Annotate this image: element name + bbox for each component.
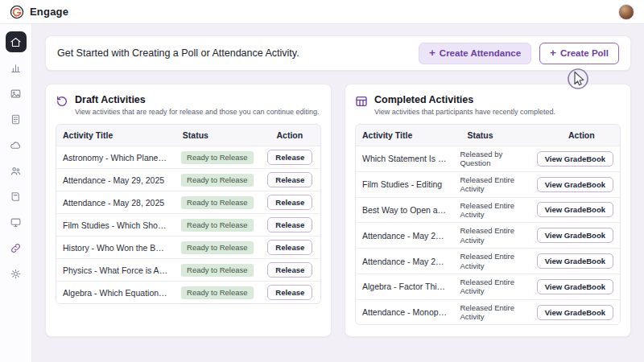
- banner-text: Get Started with Creating a Poll or Atte…: [57, 47, 299, 59]
- activity-title: Attendance - May 23, 2025: [356, 228, 453, 244]
- release-button[interactable]: Release: [267, 285, 312, 300]
- sidebar-item-cloud[interactable]: [6, 134, 27, 155]
- status-text: Released Entire Activity: [453, 172, 530, 197]
- user-avatar[interactable]: [618, 4, 634, 20]
- app-title: Engage: [30, 6, 68, 18]
- column-header: Status: [176, 125, 259, 146]
- get-started-banner: Get Started with Creating a Poll or Atte…: [45, 35, 631, 71]
- column-header: Action: [259, 125, 320, 146]
- release-button[interactable]: Release: [267, 150, 312, 165]
- banner-actions: + Create Attendance + Create Poll: [419, 43, 619, 64]
- activity-title: History - Who Won the Battle of...: [56, 240, 175, 256]
- activity-title: Film Studies - Editing: [356, 176, 453, 192]
- plus-icon: +: [550, 47, 556, 59]
- draft-panel-title: Draft Activities: [75, 94, 320, 105]
- plus-icon: +: [429, 47, 436, 59]
- engage-logo-icon: [10, 5, 24, 19]
- monitor-icon: [10, 216, 22, 228]
- status-text: Released Entire Activity: [453, 300, 530, 325]
- column-header: Activity Title: [56, 125, 176, 146]
- sidebar-item-library[interactable]: [6, 186, 27, 207]
- table-row: Attendance - May 23, 2025 Released Entir…: [356, 222, 620, 248]
- cloud-icon: [10, 139, 22, 151]
- main-content: Get Started with Creating a Poll or Atte…: [32, 24, 644, 362]
- sidebar-item-documents[interactable]: [6, 109, 27, 130]
- status-text: Released Entire Activity: [453, 249, 530, 274]
- create-poll-button[interactable]: + Create Poll: [539, 43, 619, 64]
- status-badge: Ready to Release: [181, 264, 254, 277]
- gear-icon: [10, 268, 22, 280]
- activity-title: Which Statement Is Bias-Free?: [356, 150, 453, 167]
- view-gradebook-button[interactable]: View GradeBook: [537, 305, 613, 320]
- completed-panel-subtitle: View activities that participants have r…: [374, 108, 555, 116]
- sidebar-item-home[interactable]: [6, 31, 27, 52]
- completed-activities-panel: Completed Activities View activities tha…: [345, 84, 631, 337]
- create-poll-label: Create Poll: [560, 48, 609, 58]
- sidebar-item-display[interactable]: [6, 212, 27, 232]
- status-badge: Ready to Release: [181, 241, 254, 254]
- table-row: Which Statement Is Bias-Free? Released b…: [356, 146, 620, 171]
- view-gradebook-button[interactable]: View GradeBook: [537, 253, 613, 269]
- release-button[interactable]: Release: [267, 195, 312, 210]
- activity-title: Attendance - May 28, 2025: [56, 195, 175, 211]
- column-header: Status: [460, 125, 543, 146]
- draft-activities-panel: Draft Activities View activities that ar…: [45, 84, 332, 337]
- sidebar-item-analytics[interactable]: [6, 57, 27, 78]
- create-attendance-label: Create Attendance: [440, 48, 521, 58]
- brand: Engage: [10, 5, 68, 19]
- status-text: Released by Question: [453, 146, 530, 171]
- sidebar: [0, 24, 32, 362]
- table-row: Attendance - May 28, 2025 Ready to Relea…: [56, 191, 320, 213]
- sidebar-item-settings[interactable]: [6, 263, 27, 284]
- table-row: Algebra - Factor This Expre... Released …: [356, 274, 620, 299]
- create-attendance-button[interactable]: + Create Attendance: [419, 43, 531, 64]
- status-text: Released Entire Activity: [453, 274, 530, 299]
- table-header-row: Activity Title Status Action: [356, 125, 620, 146]
- view-gradebook-button[interactable]: View GradeBook: [537, 228, 613, 243]
- status-badge: Ready to Release: [181, 286, 254, 299]
- document-icon: [10, 113, 22, 125]
- table-row: Attendance - May 29, 2025 Ready to Relea…: [56, 168, 320, 191]
- table-row: Attendance - May 22, 2025 Released Entir…: [356, 248, 620, 274]
- sidebar-item-integrations[interactable]: [6, 237, 27, 258]
- table-row: History - Who Won the Battle of... Ready…: [56, 236, 320, 258]
- status-text: Released Entire Activity: [453, 198, 530, 223]
- activity-title: Film Studies - Which Shot Type...: [56, 217, 175, 233]
- panels-row: Draft Activities View activities that ar…: [45, 84, 631, 337]
- activity-title: Best Way to Open a Speech?: [356, 202, 453, 218]
- top-header: Engage: [0, 0, 644, 24]
- table-row: Physics - What Force is Acting... Ready …: [56, 258, 320, 281]
- view-gradebook-button[interactable]: View GradeBook: [537, 151, 613, 167]
- home-icon: [10, 36, 22, 48]
- table-row: Algebra - Which Equation Match... Ready …: [56, 281, 320, 303]
- table-row: Best Way to Open a Speech? Released Enti…: [356, 197, 620, 223]
- view-gradebook-button[interactable]: View GradeBook: [537, 202, 613, 217]
- status-badge: Ready to Release: [181, 174, 254, 187]
- status-badge: Ready to Release: [181, 151, 254, 164]
- bar-chart-icon: [10, 62, 22, 74]
- view-gradebook-button[interactable]: View GradeBook: [537, 279, 613, 294]
- activity-title: Physics - What Force is Acting...: [56, 262, 175, 278]
- table-row: Film Studies - Which Shot Type... Ready …: [56, 213, 320, 236]
- completed-panel-header: Completed Activities View activities tha…: [355, 94, 621, 116]
- table-row: Astronomy - Which Planet Has... Ready to…: [56, 146, 320, 168]
- table-row: Film Studies - Editing Released Entire A…: [356, 171, 620, 197]
- activity-title: Algebra - Factor This Expre...: [356, 278, 453, 294]
- sidebar-item-media[interactable]: [6, 83, 27, 104]
- image-icon: [10, 88, 22, 100]
- release-button[interactable]: Release: [267, 172, 312, 187]
- release-button[interactable]: Release: [267, 240, 312, 255]
- release-button[interactable]: Release: [267, 262, 312, 278]
- link-icon: [10, 242, 22, 254]
- table-header-row: Activity Title Status Action: [56, 125, 320, 146]
- draft-activities-table: Activity Title Status Action Astronomy -…: [56, 124, 321, 304]
- sidebar-item-groups[interactable]: [6, 160, 27, 181]
- status-badge: Ready to Release: [181, 219, 254, 232]
- table-row: Attendance - Monopoly or... Released Ent…: [356, 299, 620, 325]
- activity-title: Algebra - Which Equation Match...: [56, 285, 175, 301]
- release-button[interactable]: Release: [267, 217, 312, 232]
- view-gradebook-button[interactable]: View GradeBook: [537, 177, 613, 192]
- draft-panel-subtitle: View activities that are ready for relea…: [75, 108, 320, 116]
- completed-panel-title: Completed Activities: [374, 94, 555, 105]
- draft-panel-header: Draft Activities View activities that ar…: [56, 94, 321, 116]
